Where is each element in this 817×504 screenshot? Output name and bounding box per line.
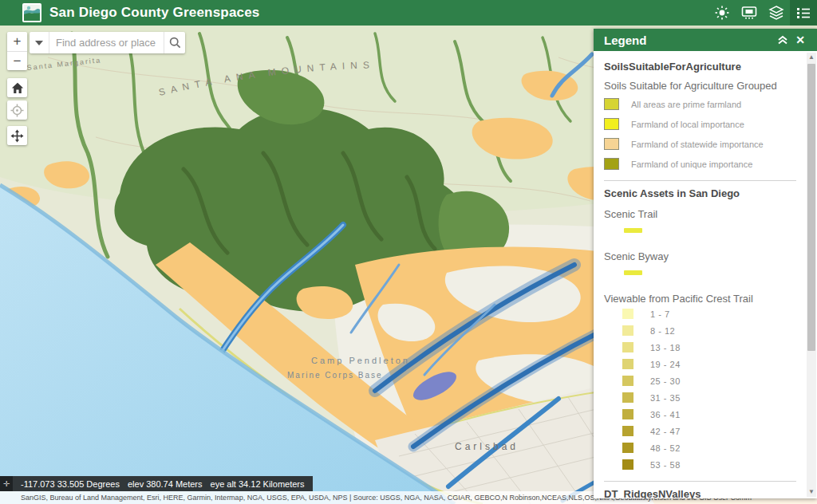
pan-button[interactable] [7, 126, 27, 145]
search-input[interactable] [49, 32, 164, 53]
coordinates-value: -117.073 33.505 Degrees [21, 479, 120, 489]
ramp-item: 36 - 41 [604, 406, 796, 423]
ramp-item-label: 42 - 47 [650, 427, 681, 436]
ramp-item-label: 48 - 52 [650, 443, 681, 453]
ramp-item: 25 - 30 [604, 372, 796, 389]
layers-button[interactable] [763, 0, 790, 26]
legend-item-label: All areas are prime farmland [631, 100, 741, 109]
legend-panel-title: Legend [604, 33, 774, 47]
sun-icon [715, 6, 729, 20]
legend-icon [795, 6, 811, 20]
ramp-item-label: 53 - 58 [650, 460, 681, 470]
close-panel-button[interactable]: ✕ [791, 31, 809, 49]
legend-item-label: Farmland of unique importance [631, 159, 752, 169]
ramp-swatch-6 [622, 392, 633, 403]
basemap-icon [741, 6, 757, 20]
ramp-item: 19 - 24 [604, 356, 796, 372]
legend-item-label: Farmland of statewide importance [631, 140, 764, 149]
legend-panel: Legend ✕ SoilsSuitableForAgriculture Soi… [594, 29, 817, 498]
chevron-double-up-icon [777, 35, 788, 45]
map-label-carlsbad: Carlsbad [455, 441, 519, 452]
ramp-item-label: 13 - 18 [650, 343, 681, 352]
ramp-item: 13 - 18 [604, 339, 796, 356]
ramp-swatch-5 [622, 376, 633, 386]
swatch-prime-farmland [604, 98, 619, 110]
legend-button[interactable] [790, 0, 817, 26]
map-label-camp-pendleton: Camp Pendleton [311, 356, 410, 365]
ramp-item: 53 - 58 [604, 456, 796, 473]
app-header: San Diego County Greenspaces [0, 0, 817, 26]
layer-title-soils: SoilsSuitableForAgriculture [604, 61, 796, 73]
scrollbar-thumb[interactable] [807, 64, 815, 351]
scenic-byway-swatch [624, 270, 642, 275]
legend-scrollbar[interactable]: ▲ ▼ [807, 53, 816, 497]
viewable-pct-label: Viewable from Pacific Crest Trail [604, 293, 796, 305]
legend-item-label: Farmland of local importance [631, 120, 744, 129]
ramp-item-label: 25 - 30 [650, 376, 681, 386]
legend-content: SoilsSuitableForAgriculture Soils Suitab… [594, 51, 817, 498]
scroll-up-icon[interactable]: ▲ [807, 53, 816, 62]
pan-arrows-icon [10, 129, 24, 143]
ramp-swatch-1 [622, 309, 633, 319]
divider [604, 481, 796, 482]
search-icon [169, 37, 181, 49]
scroll-down-icon[interactable]: ▼ [807, 487, 816, 497]
ramp-item-label: 36 - 41 [650, 410, 681, 419]
legend-item: All areas are prime farmland [604, 96, 796, 112]
ramp-swatch-10 [622, 459, 633, 470]
basemap-gallery-button[interactable] [736, 0, 763, 26]
ramp-swatch-9 [622, 443, 633, 453]
crosshair-icon[interactable]: ✛ [0, 476, 13, 491]
map-label-marine-base: Marine Corps Base [287, 371, 383, 380]
layer-title-ridges: DT_RidgesNValleys [604, 488, 796, 498]
divider [604, 180, 796, 181]
home-icon [11, 82, 24, 94]
app-logo [22, 3, 41, 22]
ramp-item-label: 31 - 35 [650, 393, 681, 403]
ramp-swatch-3 [622, 342, 633, 352]
page-title: San Diego County Greenspaces [49, 5, 260, 21]
locate-icon [10, 104, 24, 117]
scenic-trail-label: Scenic Trail [604, 208, 796, 221]
zoom-out-button[interactable]: − [7, 51, 27, 70]
swatch-local-importance [604, 118, 619, 130]
legend-item: Farmland of statewide importance [604, 136, 796, 152]
search-source-dropdown[interactable] [30, 32, 49, 53]
close-icon: ✕ [795, 33, 805, 46]
swatch-statewide-importance [604, 138, 619, 150]
layer-title-scenic: Scenic Assets in San Diego [604, 187, 796, 200]
ramp-swatch-8 [622, 426, 633, 436]
ramp-item: 31 - 35 [604, 389, 796, 406]
ramp-swatch-2 [622, 325, 633, 336]
home-button[interactable] [7, 78, 27, 97]
coordinate-statusbar: ✛ -117.073 33.505 Degrees elev 380.74 Me… [0, 476, 313, 491]
scenic-trail-swatch [624, 228, 642, 233]
soils-group-title: Soils Suitable for Agriculture Grouped [604, 80, 796, 93]
search-button[interactable] [164, 32, 185, 53]
zoom-in-button[interactable]: + [7, 32, 27, 51]
daylight-button[interactable] [708, 0, 736, 26]
ramp-item-label: 8 - 12 [650, 326, 675, 336]
legend-item: Farmland of unique importance [604, 156, 796, 172]
scenic-byway-label: Scenic Byway [604, 250, 796, 263]
chevron-down-icon [35, 41, 43, 45]
ramp-swatch-4 [622, 359, 633, 369]
ramp-item-label: 19 - 24 [650, 360, 681, 369]
ramp-item: 42 - 47 [604, 423, 796, 439]
collapse-panel-button[interactable] [774, 31, 791, 49]
layers-icon [768, 6, 784, 20]
eye-altitude-value: eye alt 34.12 Kilometers [211, 479, 305, 489]
legend-item: Farmland of local importance [604, 116, 796, 132]
ramp-item: 1 - 7 [604, 305, 796, 322]
legend-panel-header[interactable]: Legend ✕ [594, 29, 817, 51]
ramp-item-label: 1 - 7 [650, 309, 670, 319]
ramp-item: 48 - 52 [604, 439, 796, 456]
search-widget [30, 32, 185, 53]
locate-button[interactable] [7, 100, 27, 120]
swatch-unique-importance [604, 158, 619, 170]
elevation-value: elev 380.74 Meters [128, 479, 203, 489]
ramp-swatch-7 [622, 409, 633, 419]
zoom-controls: + − [7, 32, 27, 70]
ramp-item: 8 - 12 [604, 322, 796, 339]
